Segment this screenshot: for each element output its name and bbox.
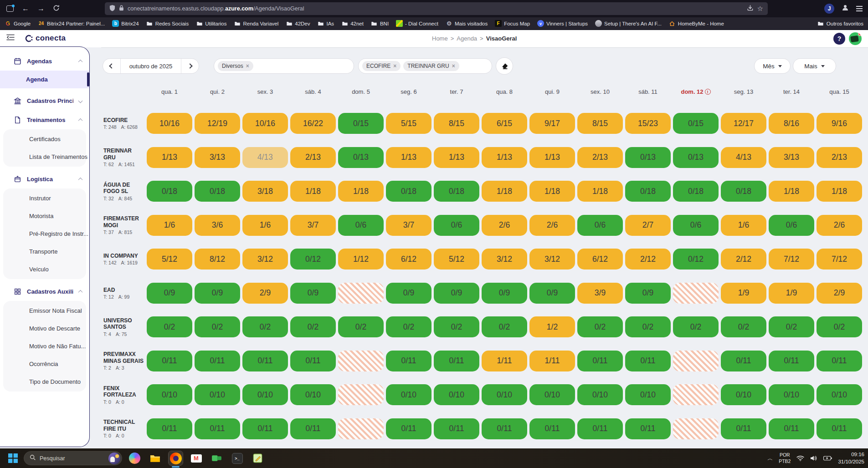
- agenda-cell[interactable]: 1/18: [769, 181, 814, 202]
- menu-icon[interactable]: [856, 6, 863, 11]
- agenda-cell[interactable]: 0/18: [673, 181, 719, 202]
- view-mode-button[interactable]: Mês: [754, 58, 791, 74]
- agenda-cell[interactable]: 0/9: [386, 283, 431, 304]
- agenda-cell[interactable]: 1/13: [434, 147, 479, 168]
- agenda-cell[interactable]: 0/2: [386, 316, 431, 337]
- agenda-cell[interactable]: 3/9: [577, 283, 623, 304]
- agenda-cell[interactable]: 1/9: [769, 283, 814, 304]
- agenda-cell[interactable]: 0/10: [386, 384, 431, 405]
- more-button[interactable]: Mais: [793, 58, 836, 74]
- agenda-cell[interactable]: 2/7: [625, 215, 671, 236]
- bookmark-bitrix24[interactable]: bBitrix24: [112, 20, 139, 27]
- agenda-cell[interactable]: 3/12: [529, 249, 575, 270]
- agenda-cell[interactable]: 1/11: [482, 351, 527, 371]
- bookmark-utilitarios[interactable]: Utilitarios: [196, 20, 226, 27]
- clear-filters-button[interactable]: [496, 57, 513, 75]
- agenda-cell[interactable]: 1/18: [529, 181, 575, 202]
- language-indicator[interactable]: PORPTB2: [779, 452, 791, 464]
- bookmark-homebyme-home[interactable]: HomeByMe - Home: [669, 20, 724, 27]
- save-page-icon[interactable]: [747, 5, 754, 13]
- bookmark-vinners-startups[interactable]: vVinners | Startups: [537, 20, 588, 27]
- agenda-cell[interactable]: 0/10: [434, 384, 479, 405]
- agenda-cell[interactable]: 0/11: [290, 418, 336, 439]
- agenda-cell[interactable]: 1/18: [817, 181, 862, 202]
- remove-tag-icon[interactable]: ×: [246, 63, 249, 69]
- agenda-cell[interactable]: 1/13: [386, 147, 431, 168]
- agenda-cell[interactable]: 2/6: [529, 215, 575, 236]
- bookmark-setup-there-s-an-ai-f[interactable]: Setup | There's An AI F...: [595, 20, 662, 27]
- agenda-cell[interactable]: 0/13: [625, 147, 671, 168]
- agenda-cell[interactable]: 1/9: [721, 283, 766, 304]
- agenda-cell[interactable]: 0/6: [577, 215, 623, 236]
- agenda-cell[interactable]: 0/11: [625, 351, 671, 371]
- agenda-cell[interactable]: 8/15: [434, 113, 479, 134]
- agenda-cell[interactable]: 5/12: [434, 249, 479, 270]
- agenda-cell[interactable]: 9/17: [529, 113, 575, 134]
- forward-button[interactable]: →: [37, 5, 45, 13]
- agenda-cell[interactable]: 5/12: [147, 249, 192, 270]
- sidebar-item-motorista[interactable]: Motorista: [3, 207, 86, 225]
- agenda-cell[interactable]: 10/16: [147, 113, 192, 134]
- help-button[interactable]: ?: [833, 33, 845, 45]
- agenda-cell[interactable]: 0/10: [290, 384, 336, 405]
- agenda-cell[interactable]: 1/18: [338, 181, 384, 202]
- agenda-cell[interactable]: 2/9: [817, 283, 862, 304]
- agenda-cell[interactable]: 3/18: [242, 181, 288, 202]
- agenda-cell[interactable]: 0/11: [577, 351, 623, 371]
- start-button[interactable]: [8, 453, 18, 463]
- agenda-cell[interactable]: 0/11: [434, 418, 479, 439]
- agenda-cell[interactable]: 3/12: [242, 249, 288, 270]
- agenda-cell[interactable]: 0/10: [769, 384, 814, 405]
- agenda-cell[interactable]: 1/6: [147, 215, 192, 236]
- agenda-cell[interactable]: 0/11: [769, 351, 814, 371]
- agenda-cell[interactable]: 0/2: [721, 316, 766, 337]
- agenda-cell[interactable]: 0/11: [529, 418, 575, 439]
- agenda-cell[interactable]: 0/2: [242, 316, 288, 337]
- agenda-cell[interactable]: 1/18: [482, 181, 527, 202]
- agenda-cell[interactable]: 0/11: [195, 418, 240, 439]
- account-icon[interactable]: [842, 4, 849, 13]
- gmail-taskbar-icon[interactable]: M: [189, 451, 203, 465]
- agenda-cell[interactable]: 8/16: [769, 113, 814, 134]
- taskbar-search[interactable]: Pesquisar: [24, 451, 122, 465]
- next-month-button[interactable]: [181, 59, 199, 73]
- sidebar-item-agendas[interactable]: Agendas: [0, 51, 89, 71]
- agenda-cell[interactable]: 0/15: [338, 113, 384, 134]
- agenda-cell[interactable]: 0/2: [434, 316, 479, 337]
- bookmark-mais-visitados[interactable]: ⚙Mais visitados: [446, 20, 488, 27]
- agenda-cell[interactable]: 1/12: [338, 249, 384, 270]
- agenda-cell[interactable]: 2/13: [577, 147, 623, 168]
- agenda-cell[interactable]: 3/13: [769, 147, 814, 168]
- agenda-cell[interactable]: 0/11: [290, 351, 336, 371]
- agenda-cell[interactable]: 8/12: [195, 249, 240, 270]
- agenda-cell[interactable]: 0/18: [147, 181, 192, 202]
- agenda-cell[interactable]: 2/12: [625, 249, 671, 270]
- copilot-taskbar-icon[interactable]: [128, 451, 142, 465]
- sidebar-item-ve-culo[interactable]: Veículo: [3, 260, 86, 278]
- sidebar-item-emissor-nota-fiscal[interactable]: Emissor Nota Fiscal: [3, 302, 86, 320]
- reload-button[interactable]: [53, 5, 60, 13]
- agenda-cell[interactable]: 0/10: [577, 384, 623, 405]
- sidebar-item-motivo-de-n-o-fatu[interactable]: Motivo de Não Fatu...: [3, 337, 86, 355]
- agenda-cell[interactable]: 0/9: [625, 283, 671, 304]
- agenda-cell[interactable]: 6/12: [577, 249, 623, 270]
- agenda-cell[interactable]: 0/6: [673, 215, 719, 236]
- agenda-cell[interactable]: 0/11: [242, 351, 288, 371]
- bookmark-other-favorites[interactable]: Outros favoritos: [817, 20, 863, 27]
- agenda-cell[interactable]: 1/13: [147, 147, 192, 168]
- agenda-cell[interactable]: 0/13: [338, 147, 384, 168]
- agenda-cell[interactable]: 0/10: [721, 384, 766, 405]
- breadcrumb-item-agenda[interactable]: Agenda: [457, 35, 477, 42]
- agenda-cell[interactable]: 0/12: [673, 249, 719, 270]
- agenda-cell[interactable]: 0/11: [817, 351, 862, 371]
- agenda-cell[interactable]: 0/2: [769, 316, 814, 337]
- sidebar-item-treinamentos[interactable]: Treinamentos: [0, 110, 89, 129]
- bookmark-star-icon[interactable]: ☆: [757, 5, 763, 13]
- agenda-cell[interactable]: 0/2: [625, 316, 671, 337]
- agenda-cell[interactable]: 0/2: [290, 316, 336, 337]
- agenda-cell[interactable]: 0/10: [529, 384, 575, 405]
- agenda-cell[interactable]: 0/11: [482, 418, 527, 439]
- profile-avatar[interactable]: J: [824, 4, 834, 14]
- search-highlight-image[interactable]: [108, 453, 120, 464]
- agenda-cell[interactable]: 10/16: [242, 113, 288, 134]
